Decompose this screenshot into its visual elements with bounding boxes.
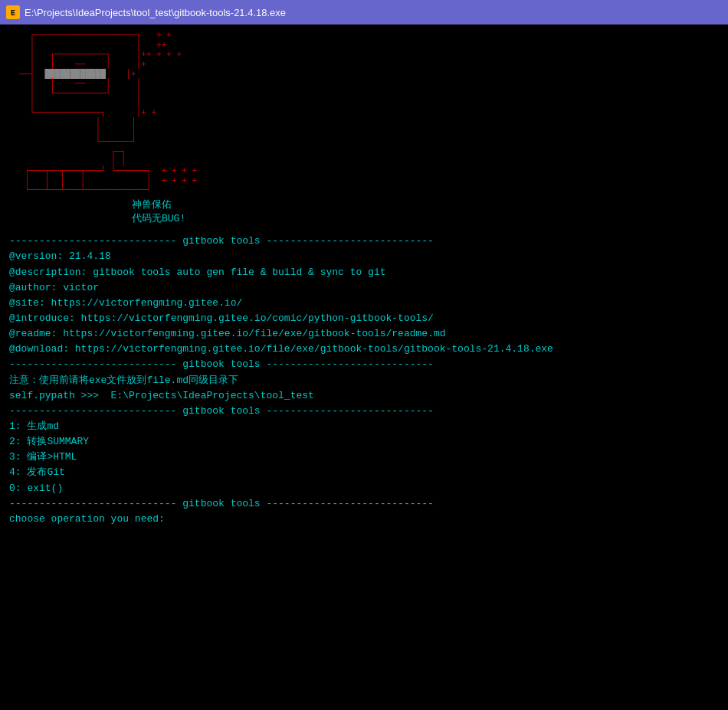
window-title: E:\Projects\IdeaProjects\tool_test\gitbo… bbox=[25, 7, 286, 18]
ascii-art-creature: ┌────────────────────┐ + + │ │ ++ │ ┌───… bbox=[9, 31, 719, 195]
console-window: ┌────────────────────┐ + + │ │ ++ │ ┌───… bbox=[0, 25, 728, 710]
svg-text:E: E bbox=[11, 9, 15, 18]
title-bar: E E:\Projects\IdeaProjects\tool_test\git… bbox=[0, 0, 728, 25]
app-icon: E bbox=[6, 5, 20, 19]
console-output: ---------------------------- gitbook too… bbox=[9, 234, 719, 527]
blessing-text: 神兽保佑 代码无BUG! bbox=[132, 198, 719, 226]
